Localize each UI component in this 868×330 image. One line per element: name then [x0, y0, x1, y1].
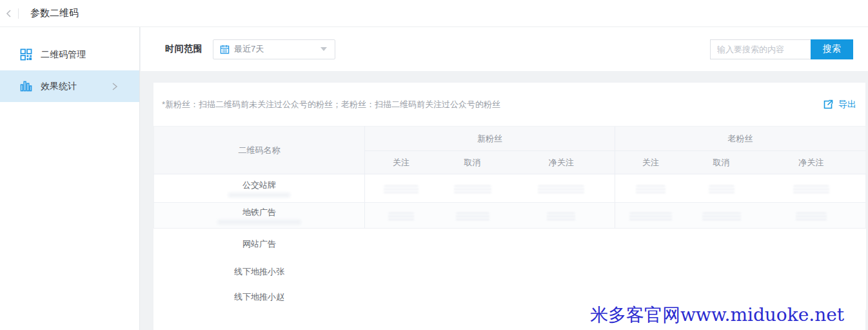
time-range-value: 最近7天 — [234, 43, 321, 55]
qrcode-name-cell: 线下地推小张 — [154, 260, 365, 285]
time-range-label: 时间范围 — [165, 43, 202, 55]
time-range-select[interactable]: 最近7天 — [213, 39, 335, 59]
redacted-value-cell — [437, 203, 508, 229]
export-label: 导出 — [838, 99, 856, 110]
qrcode-icon — [20, 48, 32, 61]
content-panel: *新粉丝：扫描二维码前未关注过公众号的粉丝；老粉丝：扫描二维码前关注过公众号的粉… — [153, 83, 865, 330]
chevron-right-icon — [111, 82, 119, 91]
back-button[interactable] — [0, 0, 18, 27]
export-icon — [823, 99, 833, 110]
redacted-value — [228, 192, 290, 198]
subheader-net-follow: 净关注 — [508, 151, 615, 174]
qrcode-name-cell: 网站广告 — [154, 229, 365, 260]
table-row: 线下地推小张 — [154, 260, 866, 285]
redacted-value-cell — [757, 203, 866, 229]
table-row: 地铁广告 — [154, 203, 866, 229]
group-header-old-fans: 老粉丝 — [615, 127, 866, 151]
redacted-value-cell — [508, 203, 615, 229]
subheader-cancel: 取消 — [686, 151, 757, 174]
page-title: 参数二维码 — [30, 7, 79, 19]
redacted-value — [217, 220, 301, 225]
subheader-cancel: 取消 — [437, 151, 508, 174]
column-header-qrcode-name: 二维码名称 — [154, 127, 365, 174]
redacted-value-cell — [437, 174, 508, 203]
redacted-value-cell — [757, 174, 866, 203]
subheader-follow: 关注 — [615, 151, 686, 174]
search-input[interactable] — [710, 39, 811, 59]
sidebar: 二维码管理 效果统计 — [0, 27, 140, 330]
sidebar-item-effect-statistics[interactable]: 效果统计 — [0, 70, 139, 102]
topbar-divider — [18, 8, 19, 19]
table-row: 公交站牌 — [154, 174, 866, 203]
redacted-value-cell — [365, 174, 437, 203]
redacted-value-cell — [615, 174, 686, 203]
search-button[interactable]: 搜索 — [811, 39, 853, 59]
redacted-value-cell — [686, 174, 757, 203]
table-row: 网站广告 — [154, 229, 866, 260]
calendar-icon — [220, 45, 230, 54]
group-header-new-fans: 新粉丝 — [365, 127, 615, 151]
redacted-value-cell — [508, 174, 615, 203]
back-chevron-icon — [5, 9, 14, 18]
subheader-follow: 关注 — [365, 151, 437, 174]
qrcode-name-cell: 地铁广告 — [154, 203, 365, 229]
redacted-value-cell — [686, 203, 757, 229]
qrcode-name-cell: 线下地推小赵 — [154, 285, 365, 310]
bar-chart-icon — [20, 80, 32, 92]
select-caret-icon — [321, 47, 327, 51]
qrcode-name-cell: 公交站牌 — [154, 174, 365, 203]
export-button[interactable]: 导出 — [823, 99, 856, 110]
redacted-value-cell — [365, 203, 437, 229]
redacted-value-cell — [615, 203, 686, 229]
topbar: 参数二维码 — [0, 0, 868, 27]
fans-definition-note: *新粉丝：扫描二维码前未关注过公众号的粉丝；老粉丝：扫描二维码前关注过公众号的粉… — [162, 99, 500, 110]
sidebar-item-label: 二维码管理 — [41, 49, 86, 61]
subheader-net-follow: 净关注 — [757, 151, 866, 174]
site-watermark: 米多客官网www.miduoke.net — [590, 303, 844, 327]
sidebar-item-qrcode-management[interactable]: 二维码管理 — [0, 39, 139, 70]
statistics-table: 二维码名称 新粉丝 老粉丝 关注 取消 净关注 关注 取消 净关注 公交站牌 — [153, 126, 866, 310]
sidebar-item-label: 效果统计 — [41, 81, 77, 92]
filter-bar: 时间范围 最近7天 搜索 — [141, 27, 868, 71]
